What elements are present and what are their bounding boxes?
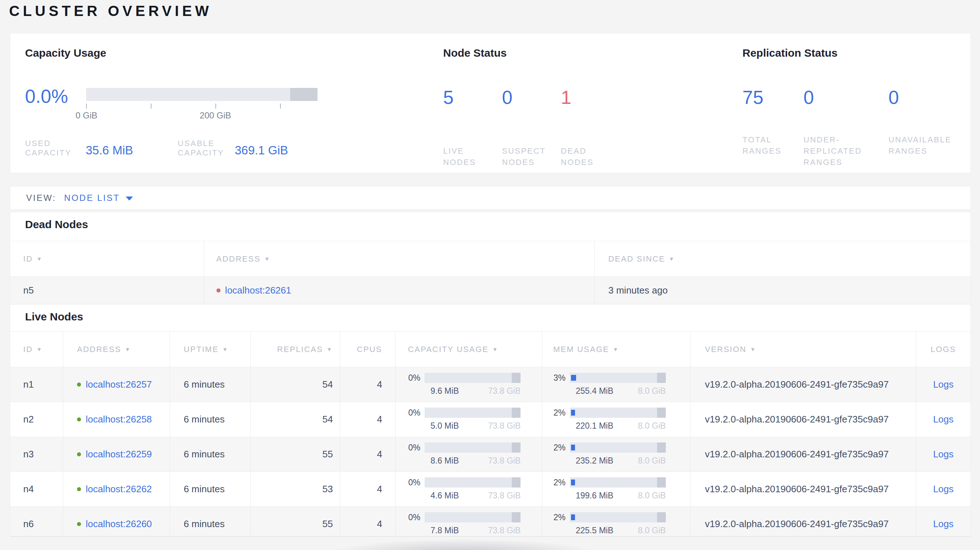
- capacity-usage-cell-bar: [425, 373, 520, 383]
- view-selected-value: NODE LIST: [64, 193, 120, 203]
- cpus-cell-text: 4: [377, 518, 382, 530]
- axis-label-0: 0 GiB: [76, 110, 97, 121]
- cpus-cell: 4: [340, 472, 395, 506]
- axis-tick: [280, 103, 281, 109]
- node-address-link[interactable]: localhost:26258: [86, 414, 152, 425]
- capacity-usage-cell-bar-row: 0%: [408, 442, 542, 453]
- capacity-usage-cell-values: 4.6 MiB73.8 GiB: [425, 491, 520, 501]
- logs-link[interactable]: Logs: [933, 483, 953, 495]
- mem-usage-cell-bar-reserved-segment: [657, 408, 666, 418]
- capacity-usage-cell-percent: 0%: [408, 373, 420, 383]
- cpus-cell: 4: [340, 437, 395, 472]
- mem-usage-cell-used-value: 225.5 MiB: [576, 526, 614, 536]
- mem-usage-cell-percent: 2%: [553, 513, 566, 522]
- mem-usage-cell: 2%225.5 MiB8.0 GiB: [542, 507, 690, 537]
- column-header-uptime[interactable]: UPTIME▼: [170, 332, 250, 367]
- capacity-usage-cell-total-value: 73.8 GiB: [488, 421, 521, 431]
- mem-usage-cell-bar-row: 2%: [553, 442, 690, 453]
- version-cell: v19.2.0-alpha.20190606-2491-gfe735c9a97: [690, 402, 916, 437]
- suspect-nodes-count: 0: [502, 88, 561, 107]
- column-header-label: REPLICAS: [277, 345, 323, 354]
- column-header-mem-usage[interactable]: MEM USAGE▼: [542, 332, 690, 367]
- column-header-id[interactable]: ID▼: [10, 241, 204, 277]
- usable-capacity-label: USABLE CAPACITY: [178, 139, 235, 158]
- column-header-label: VERSION: [705, 345, 746, 354]
- capacity-usage-cell-bar-reserved-segment: [512, 442, 520, 453]
- dead-since-cell: 3 minutes ago: [594, 277, 970, 304]
- node-id-cell: n3: [10, 437, 63, 472]
- capacity-usage-cell-bar: [425, 442, 520, 453]
- mem-usage-cell-bar-reserved-segment: [657, 512, 666, 522]
- mem-usage-cell-bar: [570, 512, 666, 522]
- capacity-usage-cell-bar-row: 0%: [408, 512, 542, 522]
- capacity-usage-cell-bar: [425, 477, 520, 488]
- column-header-version[interactable]: VERSION▼: [690, 332, 916, 367]
- node-address-cell: localhost:26262: [63, 472, 170, 506]
- uptime-cell-text: 6 minutes: [184, 518, 225, 530]
- column-header-address[interactable]: ADDRESS▼: [63, 332, 170, 367]
- mem-usage-cell-bar-fill: [571, 514, 575, 520]
- capacity-usage-cell-used-value: 9.6 MiB: [430, 386, 459, 396]
- column-header-label: ADDRESS: [77, 345, 121, 354]
- mem-usage-cell-bar: [570, 477, 666, 488]
- dead-nodes-heading: Dead Nodes: [25, 218, 970, 231]
- mem-usage-cell-bar-row: 2%: [553, 512, 690, 522]
- capacity-usage-cell-bar: [425, 512, 520, 522]
- total-ranges-label: TOTAL RANGES: [743, 134, 803, 168]
- node-status-heading: Node Status: [443, 46, 622, 60]
- column-header-label: ADDRESS: [216, 254, 261, 264]
- capacity-usage-cell-total-value: 73.8 GiB: [488, 526, 521, 536]
- column-header-id[interactable]: ID▼: [10, 332, 63, 367]
- capacity-usage-cell-values: 7.8 MiB73.8 GiB: [425, 526, 520, 536]
- sort-desc-icon: ▼: [613, 346, 619, 352]
- axis-tick: [151, 103, 151, 109]
- mem-usage-cell-bar-reserved-segment: [657, 442, 666, 453]
- node-address-link[interactable]: localhost:26260: [86, 518, 152, 530]
- column-header-dead-since[interactable]: DEAD SINCE▼: [594, 241, 970, 277]
- node-address-cell: localhost:26257: [63, 367, 170, 402]
- node-address-link[interactable]: localhost:26261: [225, 285, 291, 296]
- capacity-usage-cell-bar-row: 0%: [408, 408, 542, 418]
- capacity-usage-cell: 0%7.8 MiB73.8 GiB: [395, 507, 542, 537]
- node-address-link[interactable]: localhost:26259: [86, 449, 152, 460]
- sort-desc-icon: ▼: [669, 256, 675, 262]
- column-header-replicas[interactable]: REPLICAS▼: [250, 332, 340, 367]
- capacity-bar: [86, 88, 317, 101]
- mem-usage-cell-total-value: 8.0 GiB: [638, 526, 666, 536]
- unavailable-ranges-label: UNAVAILABLE RANGES: [888, 134, 972, 168]
- node-address-link[interactable]: localhost:26257: [86, 379, 152, 390]
- logs-cell: Logs: [916, 367, 970, 402]
- logs-link[interactable]: Logs: [933, 518, 953, 530]
- view-label: VIEW:: [26, 193, 56, 203]
- mem-usage-cell-bar-reserved-segment: [657, 373, 666, 383]
- capacity-usage-cell-bar-row: 0%: [408, 477, 542, 488]
- column-header-capacity-usage[interactable]: CAPACITY USAGE▼: [395, 332, 542, 367]
- capacity-usage-cell: 0%5.0 MiB73.8 GiB: [395, 402, 542, 437]
- uptime-cell: 6 minutes: [170, 472, 250, 506]
- logs-link[interactable]: Logs: [933, 449, 953, 460]
- node-address-link[interactable]: localhost:26262: [86, 483, 152, 495]
- mem-usage-cell-values: 199.6 MiB8.0 GiB: [570, 491, 666, 501]
- table-row: n5localhost:262613 minutes ago: [10, 277, 970, 304]
- column-header-label: LOGS: [931, 345, 956, 354]
- unavailable-ranges-count: 0: [888, 88, 972, 107]
- node-id-cell-text: n5: [23, 285, 34, 296]
- uptime-cell: 6 minutes: [170, 402, 250, 437]
- version-cell-text: v19.2.0-alpha.20190606-2491-gfe735c9a97: [705, 518, 889, 530]
- chevron-down-icon: [126, 197, 133, 200]
- logs-link[interactable]: Logs: [933, 414, 953, 425]
- logs-link[interactable]: Logs: [933, 379, 953, 390]
- mem-usage-cell-used-value: 235.2 MiB: [576, 456, 614, 466]
- mem-usage-cell-values: 220.1 MiB8.0 GiB: [570, 421, 666, 431]
- view-selector-dropdown[interactable]: NODE LIST: [64, 193, 133, 203]
- node-id-cell-text: n3: [23, 449, 34, 460]
- mem-usage-cell-values: 225.5 MiB8.0 GiB: [570, 526, 666, 536]
- replicas-cell: 54: [250, 367, 340, 402]
- node-id-cell: n2: [10, 402, 63, 437]
- live-nodes-table: ID▼ADDRESS▼UPTIME▼REPLICAS▼CPUSCAPACITY …: [10, 331, 970, 537]
- column-header-address[interactable]: ADDRESS▼: [204, 241, 594, 277]
- node-id-cell: n5: [10, 277, 204, 304]
- mem-usage-cell-percent: 2%: [553, 443, 566, 453]
- version-cell-text: v19.2.0-alpha.20190606-2491-gfe735c9a97: [705, 483, 889, 495]
- column-header-label: CPUS: [357, 345, 382, 354]
